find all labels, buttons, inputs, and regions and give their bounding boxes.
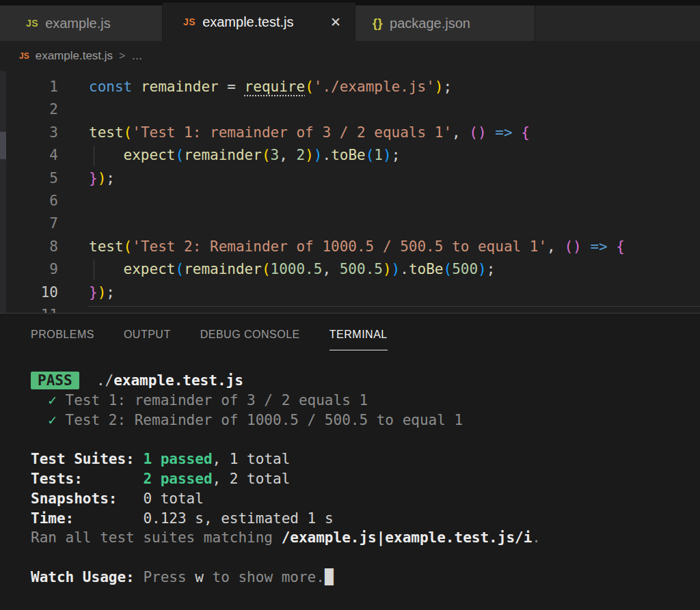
code-text: const remainder = require('./example.js'… — [58, 76, 452, 98]
code-token: . — [322, 147, 331, 163]
js-file-icon: JS — [26, 18, 38, 29]
code-token: ) — [305, 147, 314, 163]
code-token: . — [400, 261, 409, 277]
terminal-segment: example.test.js — [113, 372, 243, 389]
line-number: 7 — [0, 212, 58, 235]
tab-label: example.test.js — [202, 14, 293, 30]
tab-example-test-js[interactable]: JS example.test.js ✕ — [163, 3, 355, 41]
code-token: ( — [305, 79, 314, 95]
code-token: './example.js' — [314, 79, 435, 95]
line-number: 5 — [0, 167, 58, 190]
terminal-segment: Test 2: Remainder of 1000.5 / 500.5 to e… — [57, 412, 463, 428]
terminal-line: Ran all test suites matching /example.js… — [31, 528, 700, 548]
terminal-line: Tests: 2 passed, 2 total — [31, 469, 700, 489]
terminal-segment: /example.js|example.test.js/i — [282, 529, 533, 546]
code-token: toBe — [331, 147, 366, 163]
code-token: ; — [106, 284, 115, 301]
code-line: 2 — [0, 98, 700, 121]
breadcrumb-ellipsis[interactable]: … — [131, 50, 143, 62]
code-token: , — [547, 238, 564, 255]
code-token: remainder — [141, 79, 219, 95]
code-token — [582, 238, 591, 255]
terminal-line — [31, 430, 700, 449]
code-token: remainder — [184, 147, 262, 163]
terminal-segment: 0.123 s, estimated 1 s — [143, 510, 333, 527]
code-token: = — [219, 79, 245, 95]
tab-output[interactable]: OUTPUT — [124, 329, 171, 350]
line-number: 10 — [0, 281, 58, 304]
code-token: , — [279, 147, 296, 163]
terminal-cursor: █ — [325, 569, 334, 585]
code-token: ) — [478, 261, 487, 277]
code-token: ( — [366, 147, 375, 163]
line-number: 9 — [0, 258, 58, 281]
bottom-panel: PROBLEMS OUTPUT DEBUG CONSOLE TERMINAL P… — [0, 313, 700, 610]
code-token: ) — [478, 124, 487, 141]
code-token: ) — [383, 147, 392, 163]
code-token: remainder — [184, 261, 262, 277]
terminal-segment: 2 passed — [143, 471, 212, 487]
pass-badge: PASS — [31, 372, 79, 389]
code-token: ( — [262, 261, 271, 277]
code-token: 2 — [297, 147, 306, 163]
code-token: ( — [124, 238, 133, 255]
breadcrumb[interactable]: JS example.test.js > … — [0, 41, 700, 71]
tab-label: package.json — [390, 16, 470, 31]
terminal-segment: Press — [143, 569, 195, 585]
tab-label: example.js — [45, 16, 111, 31]
code-line: 10}); — [0, 281, 700, 304]
code-token: expect — [124, 261, 176, 277]
code-line: 11 — [0, 304, 700, 313]
code-lines: 1const remainder = require('./example.js… — [0, 71, 700, 313]
tab-problems[interactable]: PROBLEMS — [31, 329, 94, 350]
code-text — [58, 212, 89, 235]
code-token — [608, 238, 617, 255]
close-icon[interactable]: ✕ — [330, 14, 341, 30]
terminal-output[interactable]: PASS ./example.test.js ✓ Test 1: remaind… — [0, 371, 700, 587]
code-text: test('Test 2: Remainder of 1000.5 / 500.… — [58, 236, 625, 258]
terminal-line: Watch Usage: Press w to show more.█ — [31, 568, 700, 587]
chevron-right-icon: > — [119, 50, 125, 62]
code-token: ( — [175, 147, 184, 163]
breadcrumb-file[interactable]: example.test.js — [36, 49, 113, 63]
panel-tab-bar: PROBLEMS OUTPUT DEBUG CONSOLE TERMINAL — [0, 314, 700, 350]
code-token: ; — [106, 170, 115, 186]
code-token: ) — [383, 261, 392, 277]
line-number: 1 — [0, 76, 58, 98]
code-token: 1 — [374, 147, 383, 163]
code-token: ( — [443, 261, 452, 277]
tab-debug-console[interactable]: DEBUG CONSOLE — [200, 329, 300, 350]
code-text: }); — [58, 281, 115, 304]
code-token: 500.5 — [340, 261, 383, 277]
tab-example-js[interactable]: JS example.js — [0, 5, 163, 41]
code-line: 3test('Test 1: remainder of 3 / 2 equals… — [0, 122, 700, 144]
indent-guide — [94, 145, 94, 165]
line-number: 2 — [0, 98, 58, 121]
code-token: ( — [564, 238, 573, 255]
code-line: 1const remainder = require('./example.js… — [0, 76, 700, 98]
code-editor[interactable]: 1const remainder = require('./example.js… — [0, 71, 700, 313]
terminal-line — [31, 548, 700, 568]
code-token: 1000.5 — [271, 261, 323, 277]
code-token: ; — [392, 147, 401, 163]
code-token: } — [89, 284, 98, 301]
terminal-segment: Test Suites: — [31, 451, 143, 467]
terminal-segment: Watch Usage: — [31, 569, 143, 585]
json-file-icon: {} — [373, 16, 383, 31]
tab-package-json[interactable]: {} package.json — [355, 5, 535, 41]
js-test-file-icon: JS — [183, 16, 196, 27]
terminal-segment — [79, 372, 96, 389]
code-text — [58, 98, 89, 121]
current-line-border — [88, 306, 700, 307]
code-token: const — [89, 79, 132, 95]
code-token: => — [495, 124, 512, 141]
code-token — [132, 79, 141, 95]
code-token: ) — [392, 261, 401, 277]
tab-bar-filler — [535, 5, 700, 41]
code-token: => — [590, 238, 607, 255]
terminal-line: Test Suites: 1 passed, 1 total — [31, 449, 700, 469]
code-token: 3 — [271, 147, 280, 163]
code-token: 'Test 1: remainder of 3 / 2 equals 1' — [132, 124, 452, 141]
tab-terminal[interactable]: TERMINAL — [329, 329, 388, 350]
code-token: , — [322, 261, 339, 277]
